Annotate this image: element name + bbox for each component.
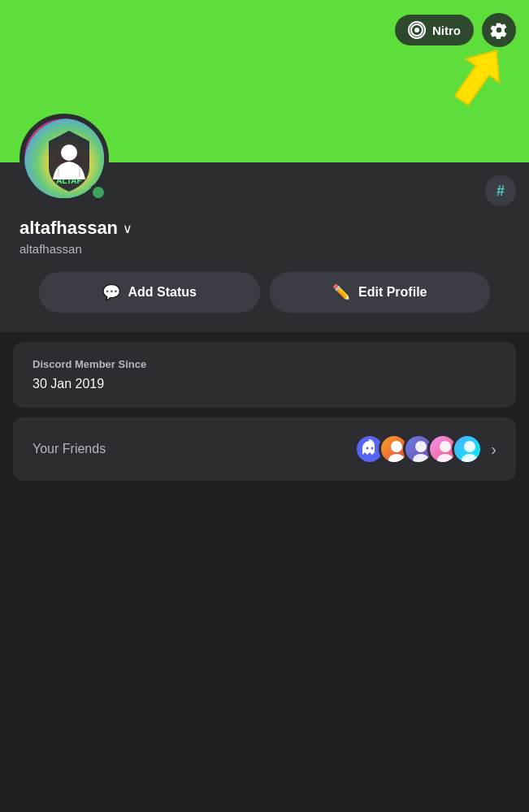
member-since-card: Discord Member Since 30 Jan 2019 — [13, 342, 516, 408]
friends-avatars — [354, 434, 483, 464]
arrow-annotation — [441, 37, 514, 121]
add-status-button[interactable]: 💬 Add Status — [39, 272, 260, 313]
svg-point-16 — [462, 454, 478, 464]
svg-point-1 — [414, 28, 419, 32]
friends-chevron-icon: › — [491, 440, 496, 459]
svg-point-10 — [388, 454, 405, 464]
nitro-button[interactable]: Nitro — [395, 15, 474, 45]
svg-point-11 — [415, 441, 427, 452]
hash-button[interactable]: # — [485, 175, 516, 206]
member-since-label: Discord Member Since — [33, 358, 496, 370]
hash-icon: # — [496, 183, 505, 200]
avatar-container: ALTAF — [20, 114, 109, 203]
svg-point-8 — [371, 447, 374, 450]
friends-right: › — [354, 434, 496, 464]
username-chevron-icon: ∨ — [123, 221, 132, 236]
svg-point-15 — [464, 441, 475, 452]
nitro-icon — [408, 21, 426, 39]
edit-profile-button[interactable]: ✏️ Edit Profile — [270, 272, 491, 313]
header-buttons: Nitro — [395, 13, 516, 47]
username-row: altafhassan ∨ — [20, 218, 509, 239]
add-status-label: Add Status — [128, 285, 197, 300]
action-buttons: 💬 Add Status ✏️ Edit Profile — [20, 272, 509, 313]
svg-marker-3 — [444, 39, 513, 112]
profile-section: ALTAF # altafhassan ∨ altafhassan 💬 Add … — [0, 162, 529, 332]
svg-point-6 — [61, 145, 77, 161]
friends-label: Your Friends — [33, 442, 106, 456]
friends-card[interactable]: Your Friends — [13, 417, 516, 481]
settings-button[interactable] — [482, 13, 516, 47]
nitro-label: Nitro — [432, 24, 461, 37]
svg-point-12 — [413, 454, 429, 464]
pencil-icon: ✏️ — [332, 283, 350, 301]
svg-point-14 — [437, 454, 453, 464]
member-since-date: 30 Jan 2019 — [33, 377, 496, 391]
edit-profile-label: Edit Profile — [358, 285, 427, 300]
discriminator: altafhassan — [20, 242, 509, 256]
speech-bubble-icon: 💬 — [102, 283, 120, 301]
svg-point-9 — [391, 441, 402, 452]
friend-avatar-5 — [452, 434, 483, 464]
online-status-dot — [89, 184, 107, 201]
username: altafhassan — [20, 218, 118, 239]
svg-point-13 — [440, 441, 451, 452]
svg-point-7 — [366, 447, 369, 450]
